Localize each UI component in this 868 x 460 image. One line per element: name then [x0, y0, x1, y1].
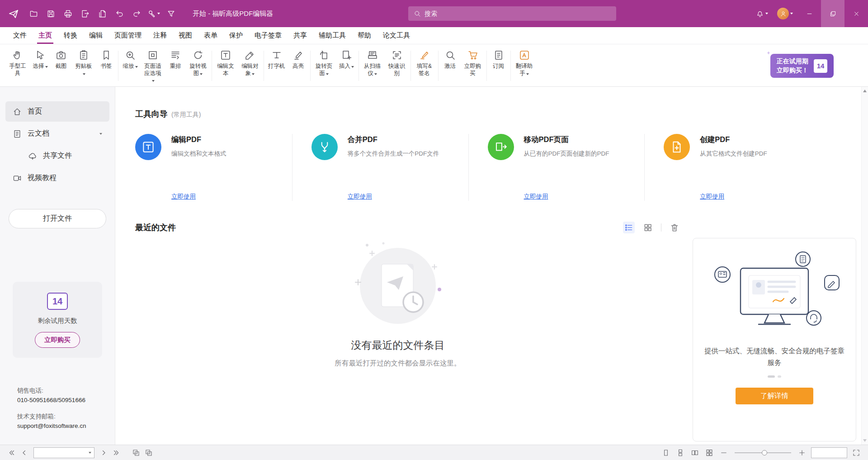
next-page-button[interactable]: [98, 447, 109, 458]
scroll-down-arrow[interactable]: [863, 439, 867, 442]
carousel-dots[interactable]: [768, 375, 781, 378]
print-icon[interactable]: [60, 4, 76, 24]
ribbon-tool-rotate-view[interactable]: 旋转视图: [186, 46, 210, 85]
slider-thumb[interactable]: [762, 450, 767, 455]
ribbon-tool-edit-object[interactable]: 编辑对象: [238, 46, 262, 85]
save-icon[interactable]: [42, 4, 59, 24]
redo-icon[interactable]: [128, 4, 145, 24]
ribbon-tool-clipboard[interactable]: 剪贴板: [71, 46, 96, 85]
user-avatar[interactable]: [773, 0, 797, 27]
last-page-button[interactable]: [111, 447, 122, 458]
trial-banner[interactable]: 正在试用期 立即购买！ 14: [770, 54, 834, 78]
page-number-input[interactable]: [33, 447, 94, 458]
open-file-icon[interactable]: [25, 4, 42, 24]
esign-promo-card: 提供一站式、无缝流畅、安全合规的电子签章服务 了解详情: [693, 238, 856, 441]
minimize-button[interactable]: [797, 0, 821, 27]
carousel-dot[interactable]: [778, 375, 781, 378]
tool-card-edit-pdf[interactable]: 编辑PDF 编辑文档和文本格式 立即使用: [135, 134, 292, 201]
menu-item-esign[interactable]: 电子签章: [249, 27, 288, 44]
ribbon-tool-translate-assistant[interactable]: 翻译助手: [512, 46, 537, 85]
ribbon-tool-subscribe[interactable]: 订阅: [488, 46, 509, 85]
facing-continuous-button[interactable]: [704, 447, 715, 458]
continuous-page-button[interactable]: [675, 447, 686, 458]
ribbon-tool-hand[interactable]: 手型工具: [5, 46, 30, 85]
sidebar-item-shared-files[interactable]: 共享文件: [21, 146, 109, 166]
use-now-link[interactable]: 立即使用: [348, 193, 372, 201]
ribbon-tool-snapshot[interactable]: 截图: [51, 46, 71, 85]
menu-item-page-management[interactable]: 页面管理: [108, 27, 147, 44]
ribbon-tool-insert[interactable]: 插入: [336, 46, 357, 85]
menu-item-paper-tools[interactable]: 论文工具: [377, 27, 416, 44]
ribbon-tool-buy-now[interactable]: 立即购买: [461, 46, 485, 85]
ribbon-tool-reflow[interactable]: 重排: [165, 46, 186, 85]
carousel-dot[interactable]: [768, 375, 775, 378]
zoom-in-button[interactable]: [797, 447, 807, 458]
content-scrollbar[interactable]: [861, 87, 868, 445]
single-page-button[interactable]: [660, 447, 671, 458]
zoom-level-input[interactable]: [811, 447, 847, 458]
menu-item-help[interactable]: 帮助: [352, 27, 377, 44]
learn-more-button[interactable]: 了解详情: [736, 388, 813, 404]
prev-view-button[interactable]: [131, 447, 142, 458]
zoom-input[interactable]: [814, 449, 844, 456]
support-email-link[interactable]: support@foxitsoftware.cn: [17, 421, 86, 431]
ribbon-tool-bookmark[interactable]: 书签: [96, 46, 117, 85]
ribbon-separator: [438, 51, 439, 81]
notification-bell-icon[interactable]: [751, 0, 773, 27]
search-bar[interactable]: [408, 6, 616, 21]
customize-toolbar-icon[interactable]: [163, 4, 179, 24]
ribbon-tool-select[interactable]: 选择: [30, 46, 51, 85]
tool-card-create-pdf[interactable]: 创建PDF 从其它格式文件创建PDF 立即使用: [644, 134, 821, 201]
menu-item-edit[interactable]: 编辑: [83, 27, 108, 44]
delete-recent-button[interactable]: [669, 222, 680, 233]
page-input[interactable]: [37, 449, 87, 456]
esign-tool-icon[interactable]: [146, 4, 162, 24]
menu-item-protect[interactable]: 保护: [223, 27, 249, 44]
menu-item-convert[interactable]: 转换: [58, 27, 83, 44]
ribbon-tool-quick-ocr[interactable]: 快速识别: [385, 46, 409, 85]
ribbon-tool-typewriter[interactable]: 打字机: [265, 46, 288, 85]
zoom-out-button[interactable]: [718, 447, 729, 458]
menu-item-comment[interactable]: 注释: [147, 27, 173, 44]
ribbon-tool-highlight[interactable]: 高亮: [288, 46, 309, 85]
tool-card-merge-pdf[interactable]: 合并PDF 将多个文件合并生成一个PDF文件 立即使用: [292, 134, 468, 201]
use-now-link[interactable]: 立即使用: [700, 193, 724, 201]
sidebar-item-cloud-docs[interactable]: 云文档: [5, 123, 109, 144]
grid-view-button[interactable]: [642, 222, 654, 233]
facing-page-button[interactable]: [689, 447, 700, 458]
ribbon-tool-activate[interactable]: 激活: [440, 46, 461, 85]
menu-item-share[interactable]: 共享: [288, 27, 313, 44]
menu-tab-home[interactable]: 主页: [33, 27, 58, 44]
window-title: 开始 - 福昕高级PDF编辑器: [193, 9, 273, 18]
ribbon-tool-zoom[interactable]: 缩放: [120, 46, 141, 85]
menu-item-accessibility[interactable]: 辅助工具: [313, 27, 352, 44]
close-button[interactable]: [844, 0, 868, 27]
zoom-slider[interactable]: [735, 450, 791, 456]
list-view-button[interactable]: [623, 222, 635, 233]
prev-page-button[interactable]: [19, 447, 30, 458]
undo-icon[interactable]: [111, 4, 127, 24]
buy-now-button[interactable]: 立即购买: [35, 332, 80, 348]
share-file-icon[interactable]: [94, 4, 110, 24]
tool-card-move-pdf-pages[interactable]: 移动PDF页面 从已有的PDF页面创建新的PDF 立即使用: [468, 134, 645, 201]
menu-item-file[interactable]: 文件: [7, 27, 33, 44]
sidebar-item-video-tutorials[interactable]: 视频教程: [5, 168, 109, 188]
search-input[interactable]: [425, 10, 611, 17]
ribbon-tool-edit-text[interactable]: 编辑文本: [213, 46, 238, 85]
open-file-button[interactable]: 打开文件: [9, 209, 106, 228]
restore-button[interactable]: [821, 0, 844, 27]
menu-item-form[interactable]: 表单: [198, 27, 223, 44]
ribbon-tool-fill-sign[interactable]: 填写&签名: [412, 46, 437, 85]
sidebar-item-home[interactable]: 首页: [5, 101, 109, 122]
first-page-button[interactable]: [6, 447, 17, 458]
scroll-up-arrow[interactable]: [863, 90, 867, 92]
menu-item-view[interactable]: 视图: [173, 27, 198, 44]
ribbon-tool-from-scanner[interactable]: 从扫描仪: [360, 46, 385, 85]
ribbon-tool-fit-options[interactable]: 页面适应选项: [141, 46, 165, 85]
use-now-link[interactable]: 立即使用: [524, 193, 548, 201]
fit-screen-button[interactable]: [851, 447, 862, 458]
export-pdf-icon[interactable]: [77, 4, 93, 24]
use-now-link[interactable]: 立即使用: [171, 193, 196, 201]
ribbon-tool-rotate-pages[interactable]: 旋转页面: [312, 46, 336, 85]
next-view-button[interactable]: [143, 447, 154, 458]
